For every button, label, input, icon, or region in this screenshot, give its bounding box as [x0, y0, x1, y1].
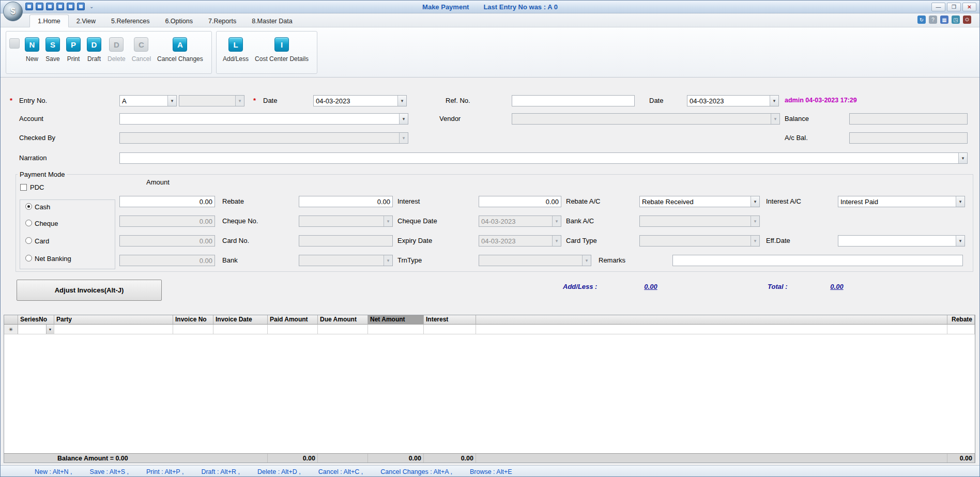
seriesno-cell[interactable] — [18, 325, 54, 334]
party-cell[interactable] — [54, 325, 173, 334]
shortcut-print: Print : Alt+P , — [146, 468, 183, 475]
help-icon[interactable] — [929, 16, 937, 24]
col-header-rebate[interactable]: Rebate — [947, 315, 975, 325]
entry-date-value: 04-03-2023 — [314, 97, 397, 105]
tab-reports[interactable]: 7.Reports — [201, 15, 244, 27]
tab-view[interactable]: 2.View — [69, 15, 103, 27]
balance-amount-text: Balance Amount = 0.00 — [4, 454, 268, 463]
trn-type-combo — [479, 255, 591, 266]
tab-options[interactable]: 6.Options — [157, 15, 201, 27]
entry-series-combo[interactable]: A — [119, 95, 177, 106]
maximize-button[interactable]: ❐ — [947, 3, 961, 11]
chevron-down-icon[interactable] — [167, 96, 176, 106]
entry-date-picker[interactable]: 04-03-2023 — [313, 95, 407, 106]
interest-input[interactable] — [479, 196, 561, 207]
adjust-invoices-button[interactable]: Adjust Invoices(Alt-J) — [17, 280, 162, 301]
chevron-down-icon[interactable] — [958, 153, 967, 163]
col-header-interest[interactable]: Interest — [424, 315, 476, 325]
cash-amount-input[interactable] — [119, 196, 215, 207]
rebate-total: 0.00 — [947, 454, 975, 463]
filler-cell — [476, 325, 947, 334]
interest-ac-combo[interactable]: Interest Paid — [838, 196, 965, 207]
row-selector-header — [4, 315, 18, 325]
cancel-changes-icon: A — [173, 37, 187, 52]
calendar-icon[interactable] — [940, 16, 948, 24]
chevron-down-icon[interactable] — [399, 114, 408, 124]
cancel-button-label: Cancel — [132, 55, 151, 63]
draft-icon: D — [87, 37, 101, 52]
close-button[interactable]: ✕ — [962, 3, 976, 11]
col-header-paid-amount[interactable]: Paid Amount — [268, 315, 318, 325]
netbanking-amount-input — [119, 255, 215, 266]
due-amount-cell[interactable] — [318, 325, 368, 334]
eff-date-picker[interactable] — [838, 235, 965, 247]
col-header-due-amount[interactable]: Due Amount — [318, 315, 368, 325]
chevron-down-icon[interactable] — [956, 196, 964, 207]
col-header-invoice-no[interactable]: Invoice No — [173, 315, 213, 325]
shortcut-browse: Browse : Alt+E — [470, 468, 512, 475]
col-header-party[interactable]: Party — [54, 315, 173, 325]
grid-new-row: ✳ — [4, 325, 975, 334]
netbanking-radio-label[interactable]: Net Banking — [35, 255, 71, 263]
chevron-down-icon[interactable] — [770, 96, 778, 106]
checked-by-combo — [119, 132, 408, 144]
ref-date-value: 04-03-2023 — [687, 97, 770, 105]
paid-amount-cell[interactable] — [268, 325, 318, 334]
cancel-changes-button[interactable]: A Cancel Changes — [154, 36, 206, 64]
invoice-no-cell[interactable] — [173, 325, 213, 334]
module-icon — [9, 38, 20, 49]
ref-date-picker[interactable]: 04-03-2023 — [687, 95, 779, 106]
shortcut-cancel-changes: Cancel Changes : Alt+A , — [380, 468, 452, 475]
print-button[interactable]: P Print — [63, 36, 84, 64]
required-marker: * — [10, 97, 12, 104]
tab-references[interactable]: 5.References — [103, 15, 157, 27]
col-header-filler — [476, 315, 947, 325]
seriesno-dropdown-icon[interactable] — [46, 325, 54, 334]
col-header-invoice-date[interactable]: Invoice Date — [213, 315, 268, 325]
draft-button[interactable]: D Draft — [84, 36, 104, 64]
cheque-radio-label[interactable]: Cheque — [35, 220, 58, 227]
chevron-down-icon[interactable] — [751, 196, 759, 207]
bank-label: Bank — [222, 256, 238, 264]
ref-no-label: Ref. No. — [446, 97, 470, 104]
cheque-radio[interactable] — [25, 220, 32, 226]
netbanking-radio[interactable] — [25, 255, 32, 261]
interest-cell[interactable] — [424, 325, 476, 334]
chevron-down-icon[interactable] — [397, 96, 406, 106]
narration-combo[interactable] — [119, 152, 968, 164]
apps-icon[interactable] — [952, 16, 960, 24]
refresh-icon[interactable] — [917, 16, 926, 24]
total-value[interactable]: 0.00 — [821, 283, 852, 290]
rebate-input[interactable] — [299, 196, 393, 207]
card-radio-label[interactable]: Card — [35, 237, 49, 245]
card-radio[interactable] — [25, 237, 32, 244]
chevron-down-icon[interactable] — [956, 236, 964, 246]
bank-combo — [299, 255, 393, 266]
account-combo[interactable] — [119, 113, 408, 125]
invoice-date-cell[interactable] — [213, 325, 268, 334]
remarks-input[interactable] — [672, 255, 963, 266]
pdc-checkbox[interactable] — [20, 184, 27, 191]
chevron-down-icon — [399, 133, 408, 143]
app-logo[interactable] — [3, 2, 23, 21]
narration-label: Narration — [19, 154, 47, 162]
ref-no-input[interactable] — [512, 95, 635, 106]
tab-home[interactable]: 1.Home — [29, 14, 69, 27]
col-header-seriesno[interactable]: SeriesNo — [18, 315, 54, 325]
tab-master-data[interactable]: 8.Master Data — [244, 15, 300, 27]
cash-radio[interactable] — [25, 203, 32, 210]
add-less-button[interactable]: L Add/Less — [220, 36, 252, 64]
save-button[interactable]: S Save — [42, 36, 63, 64]
col-header-net-amount[interactable]: Net Amount — [368, 315, 424, 325]
add-less-total-value[interactable]: 0.00 — [635, 283, 666, 290]
cost-center-details-button[interactable]: I Cost Center Details — [252, 36, 312, 64]
rebate-cell[interactable] — [947, 325, 975, 334]
net-amount-cell[interactable] — [368, 325, 424, 334]
minimize-button[interactable]: — — [931, 3, 945, 11]
cash-radio-label[interactable]: Cash — [35, 203, 50, 211]
rebate-ac-combo[interactable]: Rebate Received — [639, 196, 760, 207]
power-icon[interactable] — [963, 16, 971, 24]
ref-date-label: Date — [649, 97, 663, 104]
new-button[interactable]: N New — [22, 36, 42, 64]
title-bar: ⌄ Make Payment Last Entry No was : A 0 —… — [1, 1, 979, 13]
